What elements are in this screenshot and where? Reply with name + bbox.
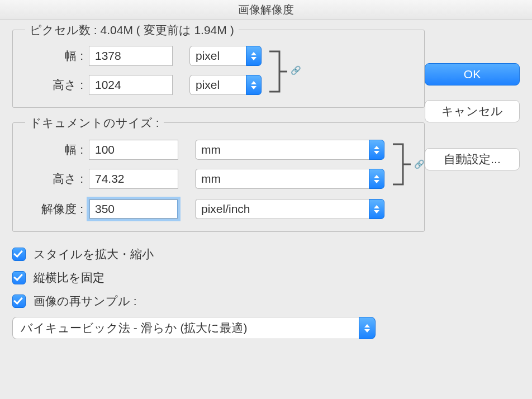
caret-up-icon xyxy=(251,52,256,55)
scale-styles-checkbox[interactable] xyxy=(12,248,26,261)
link-icon: 🔗 xyxy=(291,65,301,75)
caret-up-icon xyxy=(374,146,379,149)
caret-down-icon xyxy=(374,210,379,213)
document-size-group: ドキュメントのサイズ : 幅 : mm 高さ : xyxy=(12,122,425,232)
doc-width-input[interactable] xyxy=(89,140,178,160)
legend-before-label: 変更前は xyxy=(144,23,191,36)
stepper-icon[interactable] xyxy=(246,75,262,95)
caret-down-icon xyxy=(374,151,379,154)
constrain-bracket: 🔗 xyxy=(268,46,291,95)
legend-before-value: 1.94M xyxy=(194,23,226,36)
resolution-input[interactable] xyxy=(89,199,178,219)
pixel-width-input[interactable] xyxy=(89,46,173,66)
caret-down-icon xyxy=(364,329,370,332)
doc-height-input[interactable] xyxy=(89,169,178,189)
pixel-height-label: 高さ : xyxy=(23,77,89,93)
pixel-height-unit-value: pixel xyxy=(189,75,246,95)
resolution-label: 解像度 : xyxy=(23,201,89,217)
caret-up-icon xyxy=(374,175,379,178)
resample-method-select[interactable]: バイキュービック法 - 滑らか (拡大に最適) xyxy=(12,317,376,339)
resample-method-value: バイキュービック法 - 滑らか (拡大に最適) xyxy=(12,317,359,339)
doc-width-unit-select[interactable]: mm xyxy=(195,140,384,160)
constrain-proportions-label: 縦横比を固定 xyxy=(34,270,104,286)
doc-height-unit-value: mm xyxy=(195,169,369,189)
doc-width-label: 幅 : xyxy=(23,142,89,158)
pixel-dimensions-group: ピクセル数 : 4.04M ( 変更前は 1.94M ) 幅 : pixel xyxy=(12,30,425,108)
doc-width-unit-value: mm xyxy=(195,140,369,160)
caret-up-icon xyxy=(364,324,370,327)
link-icon: 🔗 xyxy=(414,159,425,169)
doc-height-unit-select[interactable]: mm xyxy=(195,169,384,189)
caret-down-icon xyxy=(374,180,379,183)
pixel-width-label: 幅 : xyxy=(23,48,89,64)
caret-down-icon xyxy=(251,86,256,89)
pixel-height-unit-select[interactable]: pixel xyxy=(189,75,262,95)
stepper-icon[interactable] xyxy=(369,199,384,219)
resolution-unit-value: pixel/inch xyxy=(195,199,369,219)
stepper-icon[interactable] xyxy=(369,140,384,160)
pixel-width-unit-select[interactable]: pixel xyxy=(189,46,262,66)
stepper-icon[interactable] xyxy=(246,46,262,66)
caret-up-icon xyxy=(251,81,256,84)
auto-settings-button[interactable]: 自動設定... xyxy=(425,148,520,170)
ok-button[interactable]: OK xyxy=(425,63,520,86)
legend-value: 4.04M xyxy=(101,23,133,36)
constrain-proportions-checkbox[interactable] xyxy=(12,271,26,284)
stepper-icon[interactable] xyxy=(359,317,376,339)
resample-image-label: 画像の再サンプル : xyxy=(34,293,137,309)
pixel-dimensions-legend: ピクセル数 : 4.04M ( 変更前は 1.94M ) xyxy=(25,22,239,38)
doc-height-label: 高さ : xyxy=(23,171,89,187)
caret-down-icon xyxy=(251,57,256,60)
window-title: 画像解像度 xyxy=(0,0,532,20)
document-size-legend: ドキュメントのサイズ : xyxy=(25,115,164,131)
cancel-button[interactable]: キャンセル xyxy=(425,100,520,122)
pixel-width-unit-value: pixel xyxy=(189,46,246,66)
scale-styles-label: スタイルを拡大・縮小 xyxy=(34,246,154,262)
legend-label: ピクセル数 xyxy=(30,23,91,36)
caret-up-icon xyxy=(374,205,379,208)
pixel-height-input[interactable] xyxy=(89,75,173,95)
stepper-icon[interactable] xyxy=(369,169,384,189)
constrain-bracket: 🔗 xyxy=(392,139,414,190)
resolution-unit-select[interactable]: pixel/inch xyxy=(195,199,384,219)
resample-image-checkbox[interactable] xyxy=(12,294,26,308)
